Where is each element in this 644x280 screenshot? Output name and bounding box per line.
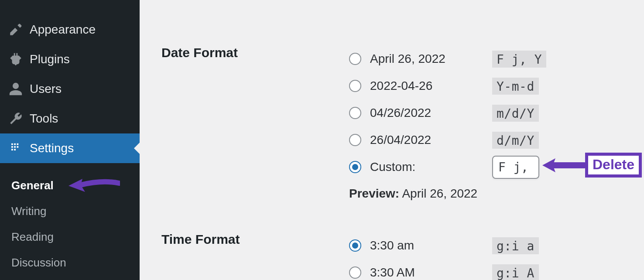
sidebar-item-label: Users	[30, 82, 62, 96]
users-icon	[8, 81, 24, 97]
annotation-arrow-delete: Delete	[542, 153, 642, 178]
radio-icon[interactable]	[349, 53, 361, 65]
radio-icon[interactable]	[349, 266, 361, 279]
option-label: 26/04/2022	[370, 133, 492, 147]
custom-date-format-input[interactable]	[492, 156, 539, 179]
section-title-time-format: Time Format	[161, 232, 349, 247]
sidebar-item-appearance[interactable]: Appearance	[0, 15, 140, 44]
radio-icon[interactable]	[349, 80, 361, 92]
submenu-item-reading[interactable]: Reading	[11, 224, 140, 250]
annotation-arrow-general	[68, 177, 120, 196]
time-format-options: 3:30 am g:i a 3:30 AM g:i A	[349, 232, 644, 280]
option-label: 04/26/2022	[370, 106, 492, 120]
option-label: April 26, 2022	[370, 52, 492, 66]
plugins-icon	[8, 51, 24, 67]
submenu-item-media[interactable]: Media	[11, 276, 140, 280]
option-code: F j, Y	[492, 51, 546, 68]
time-format-option[interactable]: 3:30 am g:i a	[349, 232, 644, 259]
sidebar-item-label: Plugins	[30, 52, 70, 66]
option-label: 2022-04-26	[370, 79, 492, 93]
option-code: Y-m-d	[492, 78, 539, 95]
date-format-preview: Preview: April 26, 2022	[349, 181, 644, 201]
preview-label: Preview:	[349, 187, 399, 200]
settings-main: Date Format April 26, 2022 F j, Y 2022-0…	[140, 0, 644, 280]
submenu-item-discussion[interactable]: Discussion	[11, 250, 140, 276]
option-code: m/d/Y	[492, 105, 539, 122]
option-label: 3:30 am	[370, 239, 492, 253]
option-code: d/m/Y	[492, 132, 539, 149]
option-label: Custom:	[370, 160, 492, 174]
date-format-option[interactable]: 04/26/2022 m/d/Y	[349, 99, 644, 126]
section-title-date-format: Date Format	[161, 45, 349, 60]
submenu-item-writing[interactable]: Writing	[11, 198, 140, 224]
sidebar-item-label: Appearance	[30, 23, 96, 37]
date-format-option[interactable]: April 26, 2022 F j, Y	[349, 45, 644, 72]
option-code: g:i a	[492, 237, 539, 254]
annotation-label-delete: Delete	[585, 153, 642, 178]
radio-icon[interactable]	[349, 134, 361, 146]
app-root: Appearance Plugins Users Tools Settings	[0, 0, 644, 280]
radio-icon[interactable]	[349, 239, 361, 252]
settings-icon	[8, 140, 24, 156]
radio-icon[interactable]	[349, 161, 361, 173]
tools-icon	[8, 111, 24, 126]
option-label: 3:30 AM	[370, 266, 492, 280]
sidebar-item-tools[interactable]: Tools	[0, 104, 140, 133]
option-code: g:i A	[492, 264, 539, 280]
sidebar-item-users[interactable]: Users	[0, 74, 140, 104]
sidebar-item-settings[interactable]: Settings	[0, 133, 140, 163]
date-format-option[interactable]: 2022-04-26 Y-m-d	[349, 72, 644, 99]
section-time-format: Time Format 3:30 am g:i a 3:30 AM g:i A	[161, 201, 644, 280]
preview-value: April 26, 2022	[402, 187, 477, 200]
appearance-icon	[8, 22, 24, 38]
sidebar-item-plugins[interactable]: Plugins	[0, 44, 140, 74]
sidebar-item-label: Tools	[30, 112, 58, 126]
radio-icon[interactable]	[349, 107, 361, 119]
date-format-option[interactable]: 26/04/2022 d/m/Y	[349, 126, 644, 154]
admin-sidebar: Appearance Plugins Users Tools Settings	[0, 0, 140, 280]
time-format-option[interactable]: 3:30 AM g:i A	[349, 259, 644, 280]
sidebar-item-label: Settings	[30, 141, 74, 155]
